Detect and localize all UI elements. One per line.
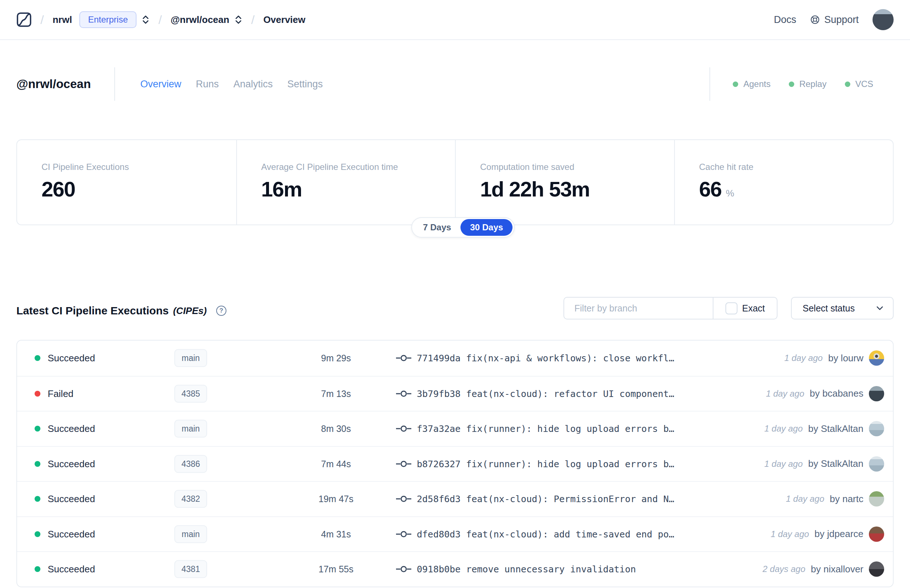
author-avatar [869,491,884,507]
status-dot-icon [35,496,40,502]
time-ago: 1 day ago [771,529,809,539]
divider [114,67,115,101]
status-dot-icon [35,355,40,361]
duration: 7m 13s [305,388,367,399]
tab-analytics[interactable]: Analytics [233,79,273,90]
author: by lourw [828,352,863,364]
exact-label: Exact [742,303,765,313]
table-row[interactable]: Failed 4385 7m 13s 3b79fb38feat(nx-cloud… [17,376,893,411]
table-row[interactable]: Succeeded main 8m 30s f37a32aefix(runner… [17,411,893,446]
row-meta: 1 day ago by jdpearce [771,527,884,542]
branch-badge: main [175,420,207,438]
status-label: Failed [48,388,74,399]
stats-cards: CI Pipeline Executions 260 Average CI Pi… [16,139,894,225]
time-ago: 1 day ago [765,459,803,469]
tab-runs[interactable]: Runs [196,79,219,90]
commit-text[interactable]: 3b79fb38feat(nx-cloud): refactor UI comp… [417,388,674,399]
table-row[interactable]: Succeeded 4381 17m 55s 0918b0beremove un… [17,551,893,586]
help-icon[interactable]: ? [216,305,226,316]
branch-badge: main [175,349,207,367]
branch-badge: 4386 [175,455,207,473]
status-dot-icon [35,566,40,572]
breadcrumb-separator: / [158,13,162,27]
user-avatar[interactable] [873,9,894,30]
org-switcher-chevron-icon[interactable] [142,15,150,25]
workspace-tabs: Overview Runs Analytics Settings [141,79,323,90]
indicator-agents: Agents [733,79,771,89]
status-label: Succeeded [48,528,95,540]
indicator-vcs: VCS [845,79,873,89]
exact-checkbox[interactable] [726,302,737,314]
row-meta: 1 day ago by bcabanes [766,386,884,401]
tab-settings[interactable]: Settings [287,79,323,90]
git-commit-icon [396,530,412,539]
support-link[interactable]: Support [810,14,859,26]
author-avatar [869,386,884,401]
status-select-button[interactable]: Select status [791,297,894,320]
cipe-table: Succeeded main 9m 29s 771499dafix(nx-api… [16,340,894,587]
stat-ci-pipeline-executions: CI Pipeline Executions 260 [17,140,236,225]
branch-badge: main [175,525,207,543]
git-commit-icon [396,494,412,504]
table-row[interactable]: Succeeded 4382 19m 47s 2d58f6d3feat(nx-c… [17,481,893,516]
workspace-switcher-chevron-icon[interactable] [234,15,242,25]
page-title: @nrwl/ocean [16,77,91,91]
duration: 8m 30s [305,423,367,434]
commit-text[interactable]: b8726327fix(runner): hide log upload err… [417,459,674,469]
chevron-down-icon [875,304,884,313]
range-30-days[interactable]: 30 Days [461,219,512,236]
commit-text[interactable]: f37a32aefix(runner): hide log upload err… [417,423,674,434]
commit-text[interactable]: 771499dafix(nx-api & workflows): close w… [417,353,674,363]
stat-value: 1d 22h 53m [480,179,663,200]
commit-text[interactable]: 0918b0beremove unnecessary invalidation [417,564,636,575]
status-dot-icon [35,391,40,397]
branch-filter-input[interactable] [564,298,713,319]
commit-text[interactable]: dfed80d3feat(nx-cloud): add time-saved e… [417,529,674,539]
tab-overview[interactable]: Overview [141,79,182,90]
time-ago: 2 days ago [763,564,805,574]
git-commit-icon [396,389,412,399]
status-label: Succeeded [48,458,95,469]
author: by nixallover [811,564,863,575]
exact-match-control: Exact [713,298,777,319]
duration: 9m 29s [305,353,367,363]
time-ago: 1 day ago [786,494,824,504]
git-commit-icon [396,353,412,363]
branch-filter-group: Exact [564,297,777,320]
breadcrumb-page: Overview [263,14,305,26]
status-label: Succeeded [48,564,95,575]
status-label: Succeeded [48,423,95,435]
duration: 7m 44s [305,459,367,469]
author-avatar [869,561,884,577]
table-row[interactable]: Succeeded main 4m 31s dfed80d3feat(nx-cl… [17,516,893,552]
section-title-suffix: (CIPEs) [173,305,206,317]
table-row[interactable]: Succeeded 4386 7m 44s b8726327fix(runner… [17,446,893,481]
breadcrumb-separator: / [40,13,44,27]
status-dot-icon [35,461,40,467]
author-avatar [869,421,884,436]
top-nav: / nrwl Enterprise / @nrwl/ocean / Overvi… [0,0,910,40]
stat-value: 16m [261,179,444,200]
indicator-replay: Replay [789,79,827,89]
status-dot-icon [35,531,40,537]
stat-computation-time-saved: Computation time saved 1d 22h 53m [455,140,674,225]
nx-cloud-logo-icon[interactable] [16,12,32,27]
enterprise-badge: Enterprise [79,11,136,28]
breadcrumb-org[interactable]: nrwl [52,14,72,26]
status-label: Succeeded [48,352,95,364]
author: by StalkAltan [808,458,863,469]
table-row[interactable]: Succeeded main 9m 29s 771499dafix(nx-api… [17,341,893,376]
breadcrumb-workspace[interactable]: @nrwl/ocean [171,14,230,26]
author: by jdpearce [815,528,863,540]
docs-link[interactable]: Docs [774,14,797,26]
commit-text[interactable]: 2d58f6d3feat(nx-cloud): PermissionError … [417,494,674,504]
section-title: Latest CI Pipeline Executions [16,305,168,317]
author-avatar [869,527,884,542]
range-7-days[interactable]: 7 Days [414,219,461,236]
duration: 4m 31s [305,529,367,539]
workspace-header: @nrwl/ocean Overview Runs Analytics Sett… [16,66,894,102]
author-avatar [869,351,884,366]
duration: 17m 55s [305,564,367,575]
stat-average-execution-time: Average CI Pipeline Execution time 16m [236,140,455,225]
row-meta: 1 day ago by StalkAltan [765,456,884,472]
